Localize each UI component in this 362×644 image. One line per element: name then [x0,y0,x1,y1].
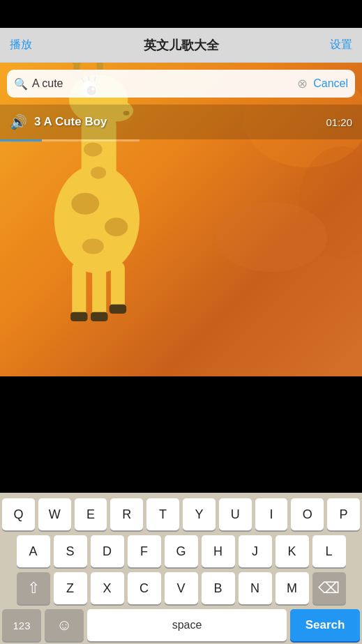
svg-point-16 [105,217,128,236]
key-f[interactable]: F [128,535,161,567]
key-b[interactable]: B [202,572,235,604]
progress-bar [0,139,139,141]
key-h[interactable]: H [202,535,235,567]
svg-rect-1 [350,12,352,16]
key-k[interactable]: K [276,535,309,567]
svg-point-31 [216,202,327,272]
key-n[interactable]: N [239,572,272,604]
svg-point-15 [71,193,99,215]
key-numbers[interactable]: 123 [2,609,41,641]
key-c[interactable]: C [128,572,161,604]
keyboard-row-2: A S D F G H J K L [2,535,360,567]
key-w[interactable]: W [38,498,71,530]
status-bar: Carrier 8:33 PM [0,0,362,28]
key-q[interactable]: Q [2,498,35,530]
svg-point-18 [84,142,103,156]
keyboard: Q W E R T Y U I O P A S D F G H J K L ⇧ … [0,493,362,644]
svg-point-19 [91,167,106,179]
keyboard-bottom-row: 123 ☺ space Search [2,609,360,641]
key-v[interactable]: V [165,572,198,604]
battery-icon [333,9,352,19]
key-space[interactable]: space [87,609,287,641]
key-backspace[interactable]: ⌫ [312,572,346,604]
svg-point-12 [72,63,81,66]
key-d[interactable]: D [91,535,124,567]
key-z[interactable]: Z [54,572,87,604]
key-s[interactable]: S [54,535,87,567]
key-y[interactable]: Y [183,498,216,530]
svg-rect-24 [91,312,107,321]
key-i[interactable]: I [255,498,288,530]
key-o[interactable]: O [291,498,324,530]
search-input[interactable] [32,77,297,90]
key-m[interactable]: M [276,572,309,604]
key-u[interactable]: U [219,498,252,530]
svg-rect-23 [70,312,87,321]
wifi-icon [43,10,54,18]
status-right [333,9,352,19]
key-e[interactable]: E [75,498,107,530]
svg-rect-2 [334,11,349,17]
search-bar[interactable]: 🔍 ⊗ Cancel [7,70,355,98]
carrier-text: Carrier [10,8,40,20]
play-button[interactable]: 播放 [10,38,32,52]
speaker-icon: 🔊 [10,114,27,130]
search-icon: 🔍 [14,77,28,91]
key-j[interactable]: J [239,535,272,567]
svg-point-17 [82,238,104,254]
key-l[interactable]: L [312,535,346,567]
key-a[interactable]: A [17,535,50,567]
song-title: 3 A Cute Boy [34,115,326,129]
search-button[interactable]: Search [290,609,360,641]
key-t[interactable]: T [146,498,179,530]
svg-rect-25 [110,305,126,314]
settings-button[interactable]: 设置 [330,38,352,52]
keyboard-row-1: Q W E R T Y U I O P [2,498,360,530]
cancel-button[interactable]: Cancel [313,77,348,90]
key-shift[interactable]: ⇧ [17,572,50,604]
carrier-label: Carrier [10,8,54,20]
clear-button[interactable]: ⊗ [297,76,308,91]
keyboard-row-3: ⇧ Z X C V B N M ⌫ [2,572,360,604]
now-playing-bar: 🔊 3 A Cute Boy 01:20 [0,105,362,139]
app-title: 英文儿歌大全 [144,37,219,54]
status-time: 8:33 PM [161,8,201,20]
key-r[interactable]: R [110,498,143,530]
nav-bar: 播放 英文儿歌大全 设置 [0,28,362,63]
key-emoji[interactable]: ☺ [45,609,84,641]
key-x[interactable]: X [91,572,124,604]
song-duration: 01:20 [326,116,352,128]
svg-rect-21 [92,262,106,320]
progress-fill [0,139,42,141]
svg-rect-20 [72,262,86,320]
key-g[interactable]: G [165,535,198,567]
key-p[interactable]: P [327,498,360,530]
